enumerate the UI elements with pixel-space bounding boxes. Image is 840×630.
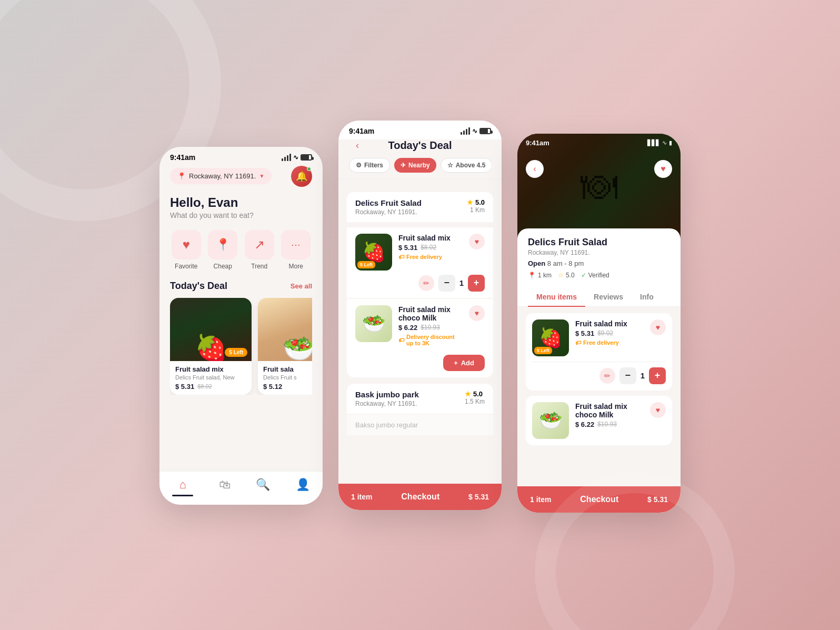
location-bar: 📍 Rockaway, NY 11691. ▼ 🔔: [170, 166, 312, 187]
restaurant-header-1: Delics Fruit Salad Rockaway, NY 11691. ★…: [347, 192, 493, 222]
location-pin-icon: 📍: [528, 272, 536, 279]
restaurant-rating-1: ★ 5.0: [467, 198, 485, 206]
nav-cart[interactable]: 🛍: [219, 478, 231, 496]
open-hours: 8 am - 8 pm: [547, 259, 584, 267]
greeting-subtitle: What do you want to eat?: [170, 211, 312, 219]
qty-number-3: 1: [641, 371, 645, 380]
deal-name-1: Fruit salad mix: [175, 365, 246, 373]
phone-1: 9:41am ∿ 📍 Rockaway, NY 11691. ▼ 🔔: [159, 147, 323, 505]
deal-image-2: [258, 298, 312, 361]
menu-price-1: $ 5.31: [398, 244, 417, 252]
category-grid: ♥ Favorite 📍 Cheap ↗ Trend ⋯ Mor: [170, 230, 312, 270]
checkout-count-3: 1 item: [530, 495, 551, 504]
restaurant-hours: Open 8 am - 8 pm: [528, 259, 670, 267]
menu-thumb-2: 🥗: [355, 305, 392, 342]
category-favorite[interactable]: ♥ Favorite: [170, 230, 203, 270]
location-text: Rockaway, NY 11691.: [189, 172, 256, 180]
qty-plus-1[interactable]: +: [468, 275, 485, 292]
nav-search[interactable]: 🔍: [256, 478, 270, 496]
menu3-old-price-2: $10.93: [597, 421, 617, 428]
greeting-section: Hello, Evan What do you want to eat?: [170, 195, 312, 219]
deal-restaurant-1: Delics Fruit salad, New: [175, 374, 246, 381]
see-all-button[interactable]: See all: [291, 282, 312, 290]
heart-button-2[interactable]: ♥: [469, 305, 485, 321]
heart-button-4[interactable]: ♥: [650, 402, 666, 418]
open-label: Open: [528, 259, 545, 267]
qty-minus-1[interactable]: −: [438, 275, 455, 292]
menu-badge-1: 5 Left: [357, 261, 375, 268]
status-icons-3: ▋▋▋ ∿ ▮: [647, 139, 672, 146]
qty-minus-3[interactable]: −: [619, 367, 636, 384]
tab-info[interactable]: Info: [632, 287, 662, 306]
qty-control-3: − 1 +: [619, 367, 666, 384]
menu3-name-2: Fruit salad mix choco Milk: [575, 402, 644, 419]
battery-icon: [301, 154, 312, 161]
category-trend[interactable]: ↗ Trend: [243, 230, 276, 270]
menu-old-price-1: $8.02: [421, 244, 436, 251]
deal-image-1: 5 Left: [170, 298, 252, 361]
filter-icon: ⚙: [356, 162, 362, 169]
nav-home[interactable]: ⌂: [172, 478, 193, 496]
deal-card-1[interactable]: 5 Left Fruit salad mix Delics Fruit sala…: [170, 298, 252, 395]
rating-badge: ☆ 5.0: [558, 272, 575, 279]
checkout-count-2: 1 item: [351, 493, 372, 501]
checkout-bar-2[interactable]: 1 item Checkout $ 5.31: [338, 484, 502, 510]
deal-price-2: $ 5.12: [263, 383, 282, 391]
checkout-price-3: $ 5.31: [647, 495, 668, 504]
hero-heart-button[interactable]: ♥: [654, 160, 672, 178]
wifi-icon-2: ∿: [472, 127, 477, 135]
trend-icon: ↗: [245, 230, 274, 259]
category-cheap[interactable]: 📍 Cheap: [207, 230, 239, 270]
back-button[interactable]: ‹: [349, 137, 366, 154]
notification-dot: [307, 167, 311, 171]
qty-row-3: ✏ − 1 +: [532, 367, 666, 384]
qty-plus-3[interactable]: +: [649, 367, 666, 384]
menu3-price-1: $ 5.31: [575, 329, 594, 337]
checkout-bar-3[interactable]: 1 item Checkout $ 5.31: [517, 486, 681, 513]
location-button[interactable]: 📍 Rockaway, NY 11691. ▼: [170, 168, 272, 184]
hero-back-button[interactable]: ‹: [526, 160, 544, 178]
signal-icon: [282, 154, 291, 161]
add-button-2[interactable]: + Add: [443, 355, 485, 371]
phone-2-header: ‹ Today's Deal ⚙ Filters ✈ Nearby ☆ Abov…: [338, 139, 502, 179]
nav-profile[interactable]: 👤: [296, 478, 310, 496]
filter-rating-button[interactable]: ☆ Above 4.5: [441, 158, 491, 173]
todays-deal-header: Today's Deal See all: [170, 281, 312, 292]
filter-nearby-button[interactable]: ✈ Nearby: [394, 158, 436, 173]
status-bar-3: 9:41am ▋▋▋ ∿ ▮: [517, 134, 681, 150]
tab-reviews[interactable]: Reviews: [585, 287, 632, 306]
notification-button[interactable]: 🔔: [291, 166, 312, 187]
restaurant-header-2: Bask jumbo park Rockaway, NY 11691. ★ 5.…: [347, 384, 493, 414]
verified-badge: ✓ Verified: [581, 272, 609, 279]
menu-info-1: Fruit salad mix $ 5.31 $8.02 🏷 Free deli…: [398, 234, 463, 260]
time-3: 9:41am: [526, 139, 549, 147]
deal-card-2[interactable]: Fruit sala Delics Fruit s $ 5.12: [258, 298, 312, 395]
delivery-text-1: Free delivery: [406, 254, 442, 260]
menu3-thumb-2: 🥗: [532, 402, 569, 439]
battery-icon-3: ▮: [669, 139, 672, 146]
heart-button-3[interactable]: ♥: [650, 319, 666, 335]
bottom-nav: ⌂ 🛍 🔍 👤: [159, 471, 323, 505]
category-more[interactable]: ⋯ More: [280, 230, 313, 270]
heart-button-1[interactable]: ♥: [469, 234, 485, 249]
signal-icon-2: [461, 127, 470, 135]
rating-value-1: 5.0: [475, 198, 485, 206]
menu3-name-1: Fruit salad mix: [575, 319, 644, 328]
tab-menu-items[interactable]: Menu items: [528, 287, 585, 306]
restaurant-dist-1: 1 Km: [467, 206, 485, 214]
menu3-thumb-1: 🍓 5 Left: [532, 319, 569, 356]
nearby-icon: ✈: [401, 162, 406, 169]
restaurant-rating-2: ★ 5.0: [465, 390, 485, 398]
filter-filters-button[interactable]: ⚙ Filters: [349, 158, 390, 173]
edit-button-3[interactable]: ✏: [599, 368, 615, 384]
menu-item-1: 🍓 5 Left Fruit salad mix $ 5.31 $8.02 🏷 …: [347, 227, 493, 298]
menu3-delivery-1: 🏷 Free delivery: [575, 339, 644, 346]
menu3-old-price-1: $9.02: [597, 329, 613, 337]
page-title-2: Today's Deal: [388, 139, 452, 152]
qty-row-1: ✏ − 1 +: [355, 275, 485, 292]
delivery-icon-2: 🏷: [398, 337, 404, 343]
rating-value-detail: 5.0: [566, 272, 575, 279]
cart-icon: 🛍: [219, 478, 231, 492]
edit-button-1[interactable]: ✏: [418, 275, 434, 291]
menu3-item-2: 🥗 Fruit salad mix choco Milk $ 6.22 $10.…: [526, 396, 672, 445]
